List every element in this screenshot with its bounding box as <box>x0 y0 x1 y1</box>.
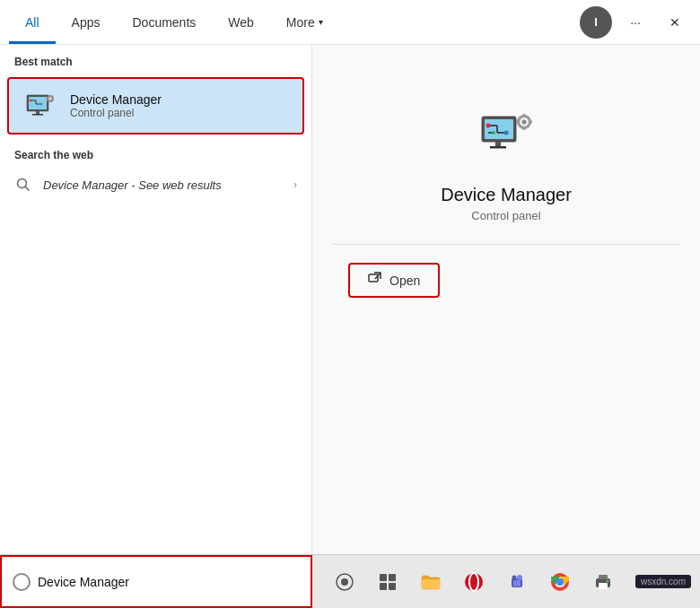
svg-rect-2 <box>36 111 39 114</box>
user-avatar-button[interactable]: I <box>580 6 612 39</box>
svg-rect-37 <box>380 583 387 590</box>
svg-rect-3 <box>32 114 43 116</box>
wsxdn-badge: wsxdn.com <box>635 575 691 588</box>
search-panel: All Apps Documents Web More ▾ I ··· ✕ <box>0 0 700 608</box>
open-label: Open <box>389 274 420 288</box>
tab-all[interactable]: All <box>9 0 56 44</box>
svg-rect-38 <box>389 583 396 590</box>
svg-point-34 <box>341 578 348 586</box>
detail-subtitle: Control panel <box>471 209 540 222</box>
svg-point-20 <box>486 124 491 128</box>
tab-more[interactable]: More ▾ <box>270 0 339 44</box>
taskbar-icons <box>312 566 635 598</box>
tab-apps[interactable]: Apps <box>56 0 117 44</box>
svg-rect-35 <box>380 574 387 581</box>
taskbar: wsxdn.com <box>0 554 700 608</box>
svg-point-52 <box>606 579 608 582</box>
ellipsis-icon: ··· <box>630 15 641 30</box>
task-view-icon[interactable] <box>328 566 361 598</box>
svg-rect-36 <box>389 574 396 581</box>
device-manager-icon <box>23 88 59 124</box>
web-search-text: Device Manager - See web results <box>43 178 283 192</box>
web-search-label: Search the web <box>0 138 311 167</box>
svg-point-44 <box>512 575 516 579</box>
svg-rect-51 <box>599 575 608 579</box>
chevron-right-icon: › <box>293 178 297 191</box>
svg-rect-39 <box>422 579 440 589</box>
svg-rect-29 <box>516 121 519 124</box>
best-match-title: Device Manager <box>70 92 162 107</box>
close-icon: ✕ <box>669 15 680 30</box>
device-icon[interactable] <box>587 566 619 598</box>
best-match-item[interactable]: Device Manager Control panel <box>7 77 304 135</box>
svg-rect-30 <box>529 121 532 124</box>
tab-documents[interactable]: Documents <box>116 0 212 44</box>
svg-rect-50 <box>599 583 608 589</box>
best-match-label: Best match <box>0 45 311 74</box>
task-manager-icon[interactable] <box>372 566 404 598</box>
search-icon <box>14 176 32 194</box>
more-options-button[interactable]: ··· <box>619 6 652 39</box>
svg-point-23 <box>492 131 495 135</box>
search-input[interactable] <box>38 575 300 589</box>
svg-rect-14 <box>485 119 513 139</box>
nav-icon-group: I ··· ✕ <box>580 6 691 39</box>
svg-line-12 <box>26 187 30 191</box>
content-area: Best match <box>0 45 700 554</box>
divider <box>332 244 681 245</box>
svg-point-21 <box>504 131 509 135</box>
svg-point-8 <box>40 103 43 106</box>
chevron-down-icon: ▾ <box>319 17 323 27</box>
search-circle-icon <box>13 573 31 591</box>
detail-title: Device Manager <box>441 185 572 205</box>
opera-icon[interactable] <box>458 566 490 598</box>
svg-point-10 <box>48 97 52 100</box>
svg-rect-16 <box>490 146 506 149</box>
svg-rect-1 <box>29 97 47 109</box>
svg-point-40 <box>465 573 483 591</box>
file-explorer-icon[interactable] <box>415 566 447 598</box>
svg-rect-45 <box>513 580 521 586</box>
chrome-icon[interactable] <box>544 566 576 598</box>
teams-icon[interactable] <box>501 566 533 598</box>
best-match-item-text: Device Manager Control panel <box>70 92 162 119</box>
left-panel: Best match <box>0 45 312 554</box>
svg-rect-27 <box>523 114 526 117</box>
svg-point-7 <box>30 100 32 102</box>
svg-point-48 <box>556 578 564 586</box>
close-button[interactable]: ✕ <box>659 6 691 39</box>
nav-tabs: All Apps Documents Web More ▾ I ··· ✕ <box>0 0 700 45</box>
open-icon <box>368 272 382 289</box>
tab-web[interactable]: Web <box>212 0 270 44</box>
web-search-item[interactable]: Device Manager - See web results › <box>0 167 311 203</box>
svg-point-43 <box>517 575 522 580</box>
search-bar[interactable] <box>0 555 312 608</box>
right-panel: Device Manager Control panel Open <box>312 45 700 554</box>
best-match-subtitle: Control panel <box>70 107 162 119</box>
svg-rect-28 <box>523 127 526 130</box>
taskbar-right: wsxdn.com <box>635 575 700 588</box>
svg-point-26 <box>522 120 527 125</box>
open-button[interactable]: Open <box>348 263 440 298</box>
svg-rect-15 <box>495 142 501 146</box>
detail-device-manager-icon <box>470 99 542 170</box>
